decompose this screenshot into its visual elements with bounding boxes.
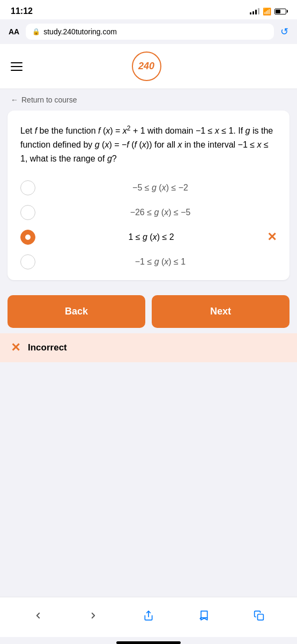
answer-option-c[interactable]: 1 ≤ g (x) ≤ 2 ✕ — [20, 230, 277, 245]
browser-back-button[interactable] — [27, 605, 49, 626]
address-bar[interactable]: 🔒 study.240tutoring.com — [26, 24, 274, 40]
return-arrow-icon: ← — [11, 96, 18, 104]
signal-bars-icon — [250, 8, 259, 14]
question-card: Let f be the function f (x) = x2 + 1 wit… — [8, 111, 289, 280]
nav-buttons: Back Next — [0, 288, 297, 333]
home-indicator — [116, 641, 181, 644]
answer-text-a: −5 ≤ g (x) ≤ −2 — [44, 183, 277, 193]
status-icons: 📶 — [250, 8, 286, 16]
next-button[interactable]: Next — [152, 295, 289, 328]
radio-c[interactable] — [20, 230, 35, 245]
url-text: study.240tutoring.com — [43, 27, 117, 36]
battery-icon — [274, 9, 286, 14]
hamburger-line-2 — [11, 66, 23, 67]
menu-bar: 240 — [0, 44, 297, 89]
answer-text-d: −1 ≤ g (x) ≤ 1 — [44, 257, 277, 267]
answer-option-b[interactable]: −26 ≤ g (x) ≤ −5 — [20, 205, 277, 220]
banner-text: Incorrect — [28, 342, 67, 353]
banner-x-icon: ✕ — [11, 341, 20, 355]
answer-option-d[interactable]: −1 ≤ g (x) ≤ 1 — [20, 254, 277, 269]
status-time: 11:12 — [11, 6, 33, 16]
radio-d[interactable] — [20, 254, 35, 269]
answer-text-b: −26 ≤ g (x) ≤ −5 — [44, 208, 277, 217]
answer-options: −5 ≤ g (x) ≤ −2 −26 ≤ g (x) ≤ −5 1 ≤ g (… — [20, 180, 277, 269]
wifi-icon: 📶 — [263, 8, 271, 16]
incorrect-banner: ✕ Incorrect — [0, 333, 297, 362]
hamburger-line-3 — [11, 70, 23, 71]
browser-aa[interactable]: AA — [9, 27, 19, 36]
share-button[interactable] — [138, 605, 159, 626]
return-to-course-link[interactable]: ← Return to course — [0, 89, 297, 111]
logo[interactable]: 240 — [132, 52, 161, 81]
logo-container: 240 — [23, 52, 270, 81]
question-text: Let f be the function f (x) = x2 + 1 wit… — [20, 123, 277, 165]
browser-bar: AA 🔒 study.240tutoring.com ↺ — [0, 19, 297, 44]
radio-b[interactable] — [20, 205, 35, 220]
radio-a[interactable] — [20, 180, 35, 195]
tabs-button[interactable] — [248, 605, 270, 626]
refresh-icon[interactable]: ↺ — [280, 26, 288, 38]
hamburger-menu-icon[interactable] — [11, 62, 23, 71]
bottom-nav — [0, 597, 297, 637]
browser-forward-button[interactable] — [83, 605, 104, 626]
hamburger-line-1 — [11, 62, 23, 63]
return-text: Return to course — [21, 96, 77, 104]
radio-inner-c — [25, 235, 31, 240]
bookmark-button[interactable] — [193, 605, 214, 626]
svg-rect-1 — [257, 614, 263, 620]
answer-option-a[interactable]: −5 ≤ g (x) ≤ −2 — [20, 180, 277, 195]
answer-text-c: 1 ≤ g (x) ≤ 2 — [44, 232, 258, 242]
status-bar: 11:12 📶 — [0, 0, 297, 19]
lock-icon: 🔒 — [32, 28, 40, 35]
incorrect-mark-icon: ✕ — [267, 230, 277, 244]
back-button[interactable]: Back — [8, 295, 145, 328]
